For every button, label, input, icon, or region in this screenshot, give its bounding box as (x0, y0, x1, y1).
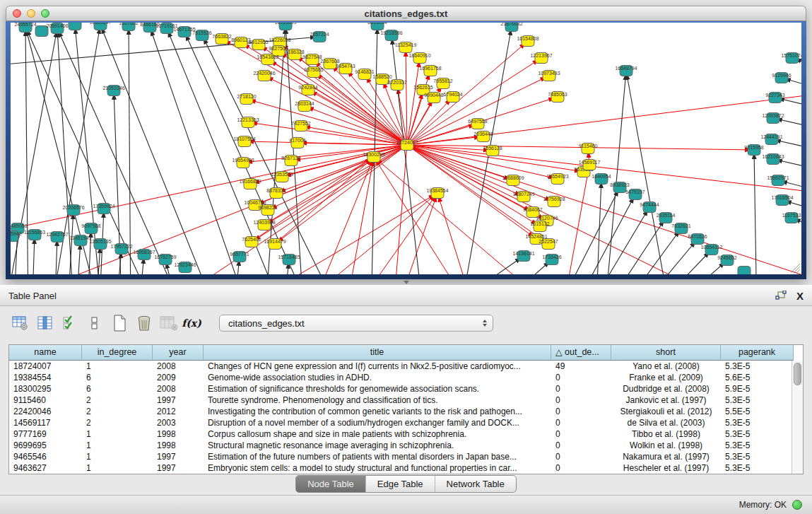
cell-name[interactable]: 14569117 (9, 417, 82, 428)
new-document-button[interactable] (110, 314, 129, 332)
network-edge[interactable] (614, 228, 681, 274)
column-header-out_degree[interactable]: △ out_de... (551, 345, 611, 361)
network-node[interactable]: 7955812 (433, 78, 452, 89)
network-node[interactable]: 8454743 (336, 64, 355, 74)
network-edge[interactable] (407, 93, 801, 145)
network-node[interactable]: 1733426 (542, 255, 561, 265)
network-node[interactable]: 1167533 (782, 213, 801, 223)
cell-name[interactable]: 9463627 (9, 462, 82, 474)
cell-in_degree[interactable]: 2 (82, 417, 153, 428)
table-row[interactable]: 1872400712008Changes of HCN gene express… (9, 361, 803, 372)
network-node[interactable] (69, 23, 81, 30)
cell-title[interactable]: Structural magnetic resonance image aver… (204, 440, 551, 451)
table-row[interactable]: 1456911722003Disruption of a novel membe… (9, 417, 803, 428)
cell-short[interactable]: Tibbo et al. (1998) (611, 428, 721, 440)
resize-grip-icon[interactable] (791, 264, 800, 273)
cell-short[interactable]: Hescheler et al. (1997) (611, 462, 721, 474)
cell-title[interactable]: Genome-wide association studies in ADHD. (204, 372, 551, 383)
network-node[interactable]: 9474444 (640, 202, 659, 213)
cell-title[interactable]: Estimation of the future numbers of pati… (204, 451, 551, 462)
table-row[interactable]: 946554611997Estimation of the future num… (9, 451, 803, 462)
cell-name[interactable]: 9777169 (9, 428, 82, 440)
network-edge[interactable] (250, 145, 407, 184)
network-node[interactable]: 10654112 (701, 245, 723, 255)
network-node[interactable]: 7515526 (192, 30, 211, 41)
network-node[interactable]: 12942757 (46, 232, 68, 243)
network-node[interactable]: 16914479 (264, 239, 286, 250)
cell-year[interactable]: 1997 (153, 451, 204, 462)
cell-out_degree[interactable]: 0 (551, 406, 611, 417)
cell-in_degree[interactable]: 1 (82, 440, 153, 451)
network-node[interactable]: 8878334 (266, 188, 286, 199)
network-node[interactable]: 8267130 (281, 156, 300, 166)
table-settings-button[interactable] (11, 314, 30, 332)
table-selector-dropdown[interactable]: citations_edges.txt (219, 315, 493, 332)
cell-pagerank[interactable]: 5.3E-5 (721, 451, 794, 462)
network-node[interactable]: 12093872 (762, 113, 784, 124)
network-node[interactable]: 9657771 (230, 252, 249, 262)
cell-out_degree[interactable]: 49 (551, 361, 611, 372)
network-node[interactable]: 21876682 (500, 23, 522, 32)
network-edge[interactable] (407, 145, 731, 274)
table-row[interactable]: 1830029562008Estimation of significance … (9, 383, 803, 395)
network-node[interactable]: 12213967 (530, 53, 552, 64)
cell-in_degree[interactable]: 1 (82, 428, 153, 440)
cell-title[interactable]: Tourette syndrome. Phenomenology and cla… (204, 395, 551, 406)
network-node[interactable]: 16654923 (546, 174, 568, 185)
network-canvas[interactable]: 2405572420691406106552471527602846616010… (11, 23, 801, 274)
network-node[interactable]: 16648794 (615, 66, 637, 76)
network-node[interactable]: 3915942 (11, 231, 22, 242)
network-node[interactable]: 2803144 (295, 101, 314, 112)
column-header-in_degree[interactable]: in_degree (82, 345, 153, 361)
cell-in_degree[interactable]: 1 (82, 361, 153, 372)
network-node[interactable]: 14136141 (512, 251, 534, 262)
tab-edge-table[interactable]: Edge Table (365, 476, 435, 492)
network-node[interactable]: 17016504 (771, 195, 793, 206)
tab-node-table[interactable]: Node Table (296, 476, 365, 492)
network-node[interactable]: 16782759 (154, 255, 176, 265)
table-row[interactable]: 911546021997Tourette syndrome. Phenomeno… (9, 395, 803, 406)
network-node[interactable]: 20691406 (46, 23, 68, 34)
network-node[interactable]: 9498222 (258, 205, 277, 216)
network-node[interactable]: 16961758 (419, 66, 441, 76)
network-edge[interactable] (286, 25, 304, 274)
cell-name[interactable]: 9115460 (9, 395, 82, 406)
network-view-window[interactable]: citations_edges.txt 24055724206914061065… (6, 6, 806, 279)
network-edge[interactable] (343, 157, 374, 274)
cell-pagerank[interactable]: 5.3E-5 (721, 361, 794, 372)
network-node[interactable]: 10688609 (502, 175, 524, 186)
network-node[interactable]: 12923446 (174, 262, 196, 273)
network-node[interactable]: 8220337 (387, 80, 406, 90)
deselect-rows-button[interactable] (86, 314, 104, 332)
network-node[interactable]: 11325419 (395, 42, 417, 53)
network-node[interactable]: 15692971 (767, 175, 789, 186)
cell-pagerank[interactable]: 5.3E-5 (721, 395, 794, 406)
cell-title[interactable]: Embryonic stem cells: a model to study s… (204, 462, 551, 474)
cell-year[interactable]: 1997 (153, 395, 204, 406)
cell-year[interactable]: 1998 (153, 440, 204, 451)
network-edge[interactable] (392, 35, 424, 274)
cell-pagerank[interactable]: 5.3E-5 (721, 440, 794, 451)
network-edge[interactable] (129, 25, 131, 274)
network-node[interactable]: 8912955 (249, 40, 268, 50)
cell-year[interactable]: 2008 (153, 383, 204, 395)
cell-out_degree[interactable]: 0 (551, 395, 611, 406)
cell-out_degree[interactable]: 0 (551, 372, 611, 383)
network-edge[interactable] (407, 145, 524, 197)
float-panel-button[interactable] (775, 291, 787, 300)
cell-short[interactable]: Dudbridge et al. (2008) (611, 383, 721, 395)
network-edge[interactable] (308, 90, 407, 145)
network-node[interactable]: 13505135 (89, 239, 111, 250)
network-edge[interactable] (407, 145, 540, 226)
cell-in_degree[interactable]: 1 (82, 451, 153, 462)
network-node[interactable]: 15716485 (278, 255, 300, 265)
network-node[interactable]: 19384554 (426, 188, 448, 199)
network-node[interactable]: 10655247 (89, 23, 111, 30)
function-builder-button[interactable]: f(x) (184, 314, 203, 332)
cell-year[interactable]: 2008 (153, 361, 204, 372)
cell-short[interactable]: Nakamura et al. (1997) (611, 451, 721, 462)
column-header-title[interactable]: title (204, 345, 551, 361)
network-node[interactable]: 8813054 (367, 23, 387, 30)
column-header-short[interactable]: short (611, 345, 721, 361)
cell-title[interactable]: Changes of HCN gene expression and I(f) … (204, 361, 551, 372)
